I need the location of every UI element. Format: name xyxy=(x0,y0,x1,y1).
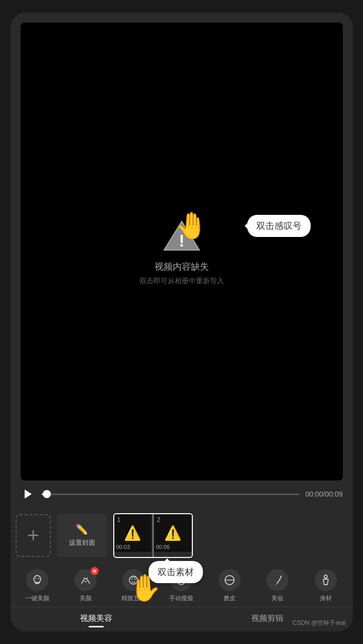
tooltip-material: 双击素材 xyxy=(149,561,203,583)
tab-video-beauty[interactable]: 视频美容 xyxy=(11,607,182,631)
tool-slim-face-label: 手动瘦脸 xyxy=(169,594,193,603)
svg-point-18 xyxy=(324,575,327,578)
clip-1-time: 00:03 xyxy=(116,544,130,550)
playback-controls: 00:00/00:09 xyxy=(11,480,353,508)
svg-point-8 xyxy=(83,578,84,579)
tab-active-indicator xyxy=(89,626,104,627)
clip-2[interactable]: 2 ⚠️ 00:06 xyxy=(154,514,192,552)
svg-point-10 xyxy=(129,576,137,584)
makeup-icon xyxy=(266,569,288,591)
tool-beauty-face-label: 美颜 xyxy=(80,594,92,603)
edit-icon: ✏️ xyxy=(76,523,88,535)
clip-1[interactable]: 1 ⚠️ 00:03 xyxy=(114,514,152,552)
cursor-line xyxy=(153,514,154,557)
tool-beauty-features-label: 精致五官 xyxy=(121,594,146,603)
beauty-features-icon xyxy=(122,569,144,591)
tool-makeup-label: 美妆 xyxy=(271,594,283,603)
video-missing-hint: 双击即可从相册中重新导入 xyxy=(139,277,224,286)
tool-body-label: 身材 xyxy=(320,594,332,603)
svg-line-17 xyxy=(277,578,281,584)
tab-video-edit-label: 视频剪辑 xyxy=(251,613,283,624)
tool-smooth-skin[interactable]: 磨皮 xyxy=(205,569,253,603)
svg-point-9 xyxy=(86,578,87,579)
clips-container: 1 ⚠️ 00:03 2 ⚠️ 00:06 🤚 双击素材 xyxy=(113,513,193,558)
clip-1-warning-icon: ⚠️ xyxy=(124,525,141,541)
tooltip-exclamation: 双击感叹号 xyxy=(247,215,311,237)
video-black-screen[interactable]: ! 视频内容缺失 双击即可从相册中重新导入 🤚 双击感叹号 xyxy=(21,23,343,480)
clip-2-number: 2 xyxy=(157,516,161,523)
beauty-face-icon: N xyxy=(75,569,97,591)
clip-2-time: 00:06 xyxy=(156,544,170,550)
svg-point-7 xyxy=(38,578,39,579)
smooth-skin-icon xyxy=(219,569,241,591)
video-preview-area: ! 视频内容缺失 双击即可从相册中重新导入 🤚 双击感叹号 xyxy=(21,23,343,480)
warning-icon-large: ! xyxy=(162,217,202,253)
svg-point-11 xyxy=(131,579,132,580)
tool-beauty-one-click-label: 一键美颜 xyxy=(25,594,49,603)
tool-beauty-face[interactable]: N 美颜 xyxy=(61,569,109,603)
svg-marker-2 xyxy=(25,490,32,499)
clip-2-warning-icon: ⚠️ xyxy=(164,525,182,541)
clip-strip[interactable]: 1 ⚠️ 00:03 2 ⚠️ 00:06 xyxy=(113,513,193,558)
new-badge-letter: N xyxy=(93,569,96,574)
play-button[interactable] xyxy=(21,487,36,502)
tool-body[interactable]: 身材 xyxy=(302,569,349,603)
set-cover-button[interactable]: ✏️ 设置封面 xyxy=(57,514,107,557)
svg-point-12 xyxy=(134,579,135,580)
svg-point-6 xyxy=(35,578,36,579)
svg-point-5 xyxy=(34,576,41,583)
svg-text:!: ! xyxy=(179,231,184,250)
progress-bar[interactable] xyxy=(42,494,300,495)
watermark: CSDN @空杯子real xyxy=(293,619,346,627)
device-frame: ! 视频内容缺失 双击即可从相册中重新导入 🤚 双击感叹号 00:00/00:0… xyxy=(11,13,353,631)
tool-smooth-skin-label: 磨皮 xyxy=(224,594,236,603)
new-badge: N xyxy=(91,567,99,575)
tool-beauty-one-click[interactable]: 一键美颜 xyxy=(14,569,61,603)
set-cover-label: 设置封面 xyxy=(69,538,95,547)
body-icon xyxy=(315,569,337,591)
tool-makeup[interactable]: 美妆 xyxy=(254,569,302,603)
add-clip-button[interactable] xyxy=(16,514,51,557)
beauty-one-click-icon xyxy=(26,569,48,591)
progress-thumb[interactable] xyxy=(43,490,51,498)
timeline-area: ✏️ 设置封面 1 ⚠️ 00:03 2 ⚠️ 00 xyxy=(11,508,353,563)
video-missing-title: 视频内容缺失 xyxy=(155,261,209,273)
time-display: 00:00/00:09 xyxy=(306,490,343,498)
clip-1-number: 1 xyxy=(117,516,121,523)
tab-video-beauty-label: 视频美容 xyxy=(80,613,112,624)
